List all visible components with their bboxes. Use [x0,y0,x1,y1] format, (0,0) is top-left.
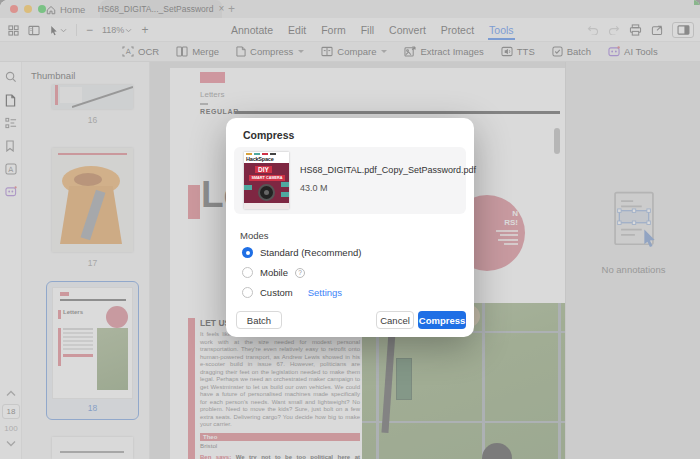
radio-icon[interactable] [242,267,253,278]
file-name: HS68_DIGITAL.pdf_Copy_SetPassword.pdf [300,165,476,175]
file-size: 43.0 M [300,183,328,193]
file-cover-thumbnail: HackSpace DIY SMART CAMERA [244,152,289,209]
mode-option-mobile[interactable]: Mobile ? [242,267,305,278]
app-window: Home HS68_DIGITA..._SetPassword × + − 11… [0,0,700,459]
settings-link[interactable]: Settings [308,287,342,298]
mode-option-custom[interactable]: Custom Settings [242,287,342,298]
batch-button-dialog[interactable]: Batch [236,311,282,329]
mode-option-standard[interactable]: Standard (Recommend) [242,247,361,258]
compress-dialog: Compress HackSpace DIY SMART CAMERA HS68… [226,118,474,337]
compress-confirm-button[interactable]: Compress [418,311,466,329]
radio-selected-icon[interactable] [242,247,253,258]
cancel-button[interactable]: Cancel [376,311,414,329]
info-icon[interactable]: ? [295,268,305,278]
dialog-title: Compress [243,129,294,141]
radio-icon[interactable] [242,287,253,298]
file-card: HackSpace DIY SMART CAMERA HS68_DIGITAL.… [234,147,466,214]
modes-label: Modes [240,230,269,241]
